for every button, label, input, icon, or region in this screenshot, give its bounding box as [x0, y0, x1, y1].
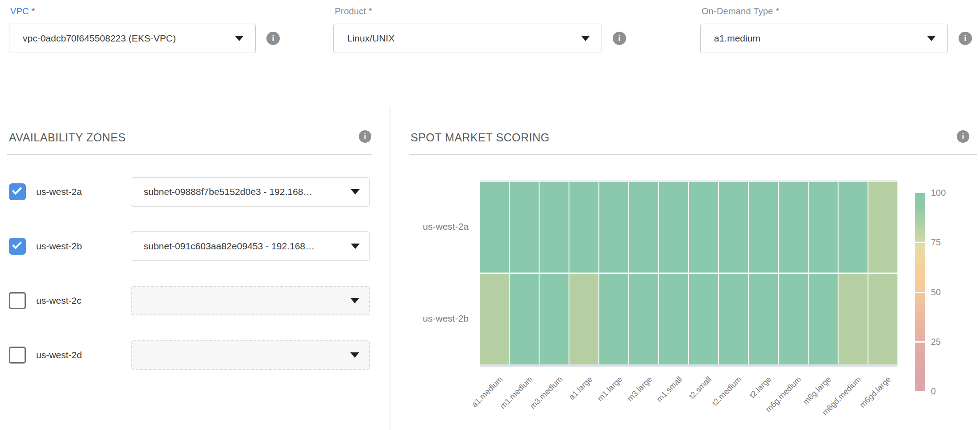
zone-checkbox[interactable] [9, 183, 26, 200]
zone-checkbox[interactable] [9, 238, 26, 255]
heatmap-cell[interactable] [779, 182, 808, 273]
heatmap-x-label: t2.medium [710, 375, 743, 408]
heatmap-cell[interactable] [719, 182, 748, 273]
chevron-down-icon [235, 36, 244, 41]
colorbar-tick [915, 341, 925, 343]
heatmap-row-label: us-west-2a [384, 221, 469, 232]
heatmap-grid [480, 182, 897, 364]
heatmap-cell[interactable] [599, 182, 628, 273]
vpc-select[interactable]: vpc-0adcb70f645508223 (EKS-VPC) [9, 24, 256, 53]
zone-checkbox[interactable] [9, 292, 26, 309]
heatmap-cell[interactable] [510, 182, 539, 273]
heatmap-cell[interactable] [569, 182, 598, 273]
chevron-down-icon [351, 244, 360, 249]
heatmap-x-label: m1.small [655, 375, 684, 404]
heatmap [480, 180, 897, 367]
heatmap-cell[interactable] [868, 182, 897, 273]
subnet-select-value: subnet-091c603aa82e09453 - 192.168… [144, 241, 315, 252]
field-label-text: VPC [10, 6, 29, 16]
zone-checkbox[interactable] [9, 347, 26, 364]
info-glyph: i [364, 132, 366, 141]
heatmap-x-label: t2.small [688, 375, 714, 401]
heatmap-cell[interactable] [659, 274, 688, 364]
heatmap-cell[interactable] [868, 274, 897, 364]
heatmap-cell[interactable] [629, 182, 658, 273]
heatmap-cell[interactable] [689, 274, 718, 364]
field-label: On-Demand Type* [702, 6, 972, 17]
info-glyph: i [272, 33, 274, 43]
colorbar-labels: 1007550250 [931, 193, 962, 391]
form-field-vpc: VPC* vpc-0adcb70f645508223 (EKS-VPC) i [9, 6, 280, 53]
form-field-product: Product* Linux/UNIX i [333, 6, 626, 53]
colorbar-tick-label: 75 [931, 237, 941, 248]
info-icon[interactable]: i [359, 130, 371, 143]
chevron-down-icon [351, 189, 360, 194]
chevron-down-icon [350, 298, 359, 303]
info-icon[interactable]: i [266, 32, 280, 45]
heatmap-x-label: a1.large [567, 375, 594, 402]
zone-label: us-west-2c [36, 286, 82, 315]
product-select[interactable]: Linux/UNIX [333, 24, 602, 53]
heatmap-y-labels: us-west-2aus-west-2b [384, 0, 469, 430]
info-glyph: i [618, 33, 620, 43]
heatmap-x-label: m3.large [625, 375, 654, 403]
heatmap-cell[interactable] [839, 182, 868, 273]
heatmap-cell[interactable] [749, 274, 778, 364]
heatmap-cell[interactable] [540, 274, 569, 364]
az-row: us-west-2c [0, 286, 390, 315]
heatmap-cell[interactable] [719, 274, 748, 364]
subnet-select[interactable] [131, 340, 370, 370]
colorbar-tick-label: 100 [931, 187, 946, 198]
heatmap-x-label: t2.large [748, 375, 773, 400]
heatmap-cell[interactable] [839, 274, 868, 364]
heatmap-cell[interactable] [689, 182, 718, 273]
info-icon[interactable]: i [957, 130, 969, 143]
heatmap-cell[interactable] [809, 182, 838, 273]
heatmap-x-labels: a1.mediumm1.mediumm3.mediuma1.largem1.la… [480, 375, 897, 430]
spot-market-scoring-divider [409, 154, 977, 155]
heatmap-cell[interactable] [480, 182, 509, 273]
info-icon[interactable]: i [959, 32, 972, 45]
field-label-text: Product [335, 6, 366, 16]
check-icon [12, 185, 22, 195]
availability-zones-header: AVAILABILITY ZONES i [9, 131, 371, 144]
vpc-select-value: vpc-0adcb70f645508223 (EKS-VPC) [23, 33, 176, 44]
zone-label: us-west-2b [36, 232, 82, 261]
subnet-select-value: subnet-09888f7be5152d0e3 - 192.168… [144, 186, 312, 197]
heatmap-cell[interactable] [779, 274, 808, 364]
colorbar-tick [915, 242, 925, 243]
heatmap-cell[interactable] [629, 274, 658, 364]
heatmap-cell[interactable] [569, 274, 598, 364]
info-glyph: i [962, 132, 964, 141]
colorbar-tick-label: 0 [931, 386, 936, 397]
heatmap-x-label: m6g.large [801, 375, 833, 406]
az-row: us-west-2bsubnet-091c603aa82e09453 - 192… [0, 232, 390, 261]
colorbar-tick-label: 25 [931, 336, 941, 347]
colorbar-tick [915, 292, 925, 293]
heatmap-cell[interactable] [749, 182, 778, 273]
info-icon[interactable]: i [613, 32, 626, 45]
chevron-down-icon [927, 36, 936, 41]
heatmap-cell[interactable] [510, 274, 539, 364]
chevron-down-icon [350, 352, 359, 358]
heatmap-cell[interactable] [659, 182, 688, 273]
form-field-on-demand-type: On-Demand Type* a1.medium i [700, 6, 972, 53]
subnet-select[interactable]: subnet-091c603aa82e09453 - 192.168… [131, 232, 370, 261]
heatmap-row-label: us-west-2b [384, 313, 469, 324]
required-asterisk: * [369, 6, 372, 16]
heatmap-x-label: m6gd.large [858, 375, 893, 410]
az-rows: us-west-2asubnet-09888f7be5152d0e3 - 192… [0, 177, 390, 395]
availability-zones-title: AVAILABILITY ZONES [9, 131, 126, 144]
field-label-text: On-Demand Type [702, 6, 773, 16]
subnet-select[interactable]: subnet-09888f7be5152d0e3 - 192.168… [131, 177, 370, 207]
subnet-select[interactable] [131, 286, 370, 315]
heatmap-cell[interactable] [540, 182, 569, 273]
heatmap-cell[interactable] [809, 274, 838, 364]
az-row: us-west-2asubnet-09888f7be5152d0e3 - 192… [0, 177, 390, 207]
availability-zones-divider [7, 154, 372, 155]
on-demand-type-select[interactable]: a1.medium [700, 24, 948, 53]
heatmap-cell[interactable] [480, 274, 509, 364]
product-select-value: Linux/UNIX [347, 33, 394, 44]
heatmap-cell[interactable] [599, 274, 628, 364]
zone-label: us-west-2a [36, 177, 82, 207]
